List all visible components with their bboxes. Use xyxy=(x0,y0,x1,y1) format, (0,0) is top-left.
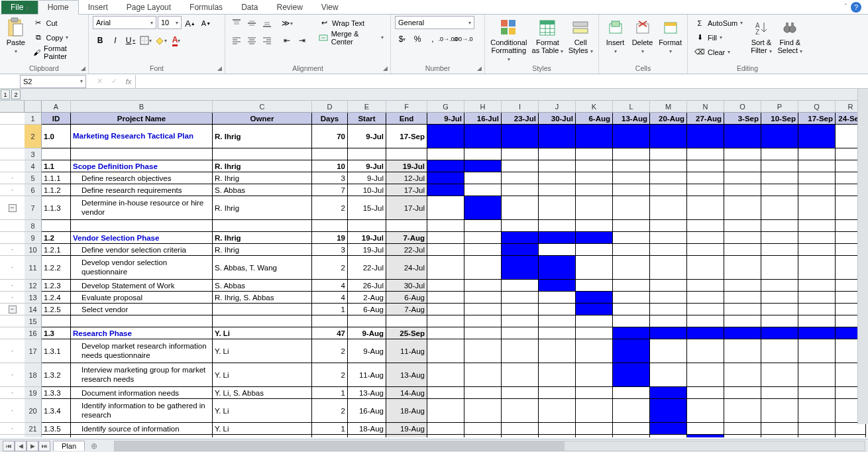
cell[interactable] xyxy=(687,339,724,363)
cell[interactable] xyxy=(613,327,650,339)
cell[interactable] xyxy=(724,292,761,304)
tab-view[interactable]: View xyxy=(312,1,348,14)
cell[interactable] xyxy=(798,315,836,327)
cell[interactable]: Identify information to be gathered in r… xyxy=(71,399,213,423)
cell[interactable]: Define vendor selection criteria xyxy=(71,244,213,256)
column-header-B[interactable]: B xyxy=(71,101,213,113)
cell[interactable]: 1.3.6 xyxy=(42,435,71,437)
cell[interactable] xyxy=(687,184,724,196)
cell[interactable] xyxy=(539,315,576,327)
cell[interactable]: 19-Aug xyxy=(348,435,386,437)
cell[interactable] xyxy=(798,280,836,292)
row-header[interactable]: 8 xyxy=(25,220,42,232)
cell[interactable] xyxy=(798,399,836,423)
cell[interactable] xyxy=(427,184,464,196)
cell[interactable] xyxy=(798,304,836,315)
decrease-decimal-button[interactable]: .00→.0 xyxy=(456,32,470,46)
cell[interactable] xyxy=(650,160,687,172)
column-header-Q[interactable]: Q xyxy=(798,101,836,113)
cell[interactable] xyxy=(687,399,724,423)
cell[interactable] xyxy=(464,423,502,435)
font-size-picker[interactable]: 10▾ xyxy=(158,16,182,29)
cell[interactable] xyxy=(650,172,687,184)
cell[interactable]: 70 xyxy=(312,125,348,148)
cell[interactable] xyxy=(464,339,502,363)
cell[interactable] xyxy=(502,304,539,315)
cell[interactable] xyxy=(502,256,539,280)
cell[interactable]: 1.3.4 xyxy=(42,399,71,423)
column-header-K[interactable]: K xyxy=(576,101,613,113)
cell[interactable] xyxy=(650,399,687,423)
cell[interactable] xyxy=(724,256,761,280)
cell[interactable] xyxy=(650,184,687,196)
cell[interactable] xyxy=(687,220,724,232)
cell[interactable] xyxy=(613,220,650,232)
cell[interactable] xyxy=(464,184,502,196)
collapse-button[interactable]: − xyxy=(9,204,17,212)
column-header-D[interactable]: D xyxy=(312,101,348,113)
cell[interactable] xyxy=(427,148,464,160)
cell[interactable] xyxy=(502,315,539,327)
cell[interactable] xyxy=(427,280,464,292)
cell[interactable] xyxy=(724,125,761,148)
accounting-format-button[interactable]: $▾ xyxy=(395,32,409,46)
format-painter-button[interactable]: 🖌Format Painter xyxy=(30,45,84,59)
confirm-edit-icon[interactable]: ✓ xyxy=(107,75,121,88)
cell[interactable]: R. Ihrig xyxy=(213,244,312,256)
cell[interactable] xyxy=(213,304,312,315)
cell[interactable]: 2 xyxy=(312,363,348,387)
cell[interactable]: 1.2.5 xyxy=(42,304,71,315)
cell[interactable] xyxy=(427,435,464,437)
cell[interactable] xyxy=(798,148,836,160)
cell[interactable]: Y. Li xyxy=(213,399,312,423)
cell[interactable]: Develop market research information need… xyxy=(71,339,213,363)
cell[interactable] xyxy=(613,172,650,184)
cell[interactable]: Y. Li xyxy=(213,363,312,387)
cell[interactable] xyxy=(576,315,613,327)
cell[interactable]: R. Ihrig, S. Abbas xyxy=(213,292,312,304)
cell[interactable]: 18-Aug xyxy=(386,399,427,423)
delete-cells-button[interactable]: Delete▾ xyxy=(630,16,655,55)
cell[interactable] xyxy=(427,387,464,399)
cell[interactable]: S. Abbas xyxy=(213,280,312,292)
cell[interactable] xyxy=(576,184,613,196)
cell[interactable] xyxy=(687,327,724,339)
cell[interactable] xyxy=(539,125,576,148)
cell[interactable]: 14-Aug xyxy=(386,387,427,399)
cell[interactable]: Interview marketing group for market res… xyxy=(71,363,213,387)
cell[interactable] xyxy=(576,160,613,172)
row-header[interactable]: 11 xyxy=(25,256,42,280)
cell[interactable] xyxy=(724,280,761,292)
column-header-P[interactable]: P xyxy=(761,101,798,113)
cell[interactable] xyxy=(539,363,576,387)
cell[interactable]: 1.2.1 xyxy=(42,244,71,256)
clipboard-dialog-launcher[interactable]: ◢ xyxy=(79,64,87,72)
cell[interactable] xyxy=(427,399,464,423)
cell[interactable] xyxy=(42,220,71,232)
cell[interactable] xyxy=(761,160,798,172)
tab-review[interactable]: Review xyxy=(267,1,311,14)
cell[interactable] xyxy=(427,304,464,315)
number-dialog-launcher[interactable]: ◢ xyxy=(475,64,483,72)
format-cells-button[interactable]: Format▾ xyxy=(657,16,683,55)
cell[interactable]: 12-Jul xyxy=(386,172,427,184)
cell[interactable]: 1.2 xyxy=(42,232,71,244)
cell[interactable] xyxy=(798,292,836,304)
cell[interactable] xyxy=(650,435,687,437)
cell[interactable]: 10 xyxy=(312,160,348,172)
tab-data[interactable]: Data xyxy=(232,1,267,14)
cell[interactable]: 1.3 xyxy=(42,327,71,339)
font-color-button[interactable]: A▾ xyxy=(169,33,184,48)
cell[interactable] xyxy=(576,387,613,399)
cell[interactable] xyxy=(836,435,866,437)
cell[interactable] xyxy=(502,435,539,437)
cell[interactable] xyxy=(502,184,539,196)
cell[interactable]: Owner xyxy=(213,113,312,125)
cell[interactable] xyxy=(650,304,687,315)
row-header[interactable]: 20 xyxy=(25,399,42,423)
cell[interactable] xyxy=(502,125,539,148)
insert-cells-button[interactable]: Insert▾ xyxy=(603,16,627,55)
cell[interactable]: Document information needs xyxy=(71,387,213,399)
formula-input[interactable] xyxy=(135,75,868,88)
column-header-J[interactable]: J xyxy=(539,101,576,113)
